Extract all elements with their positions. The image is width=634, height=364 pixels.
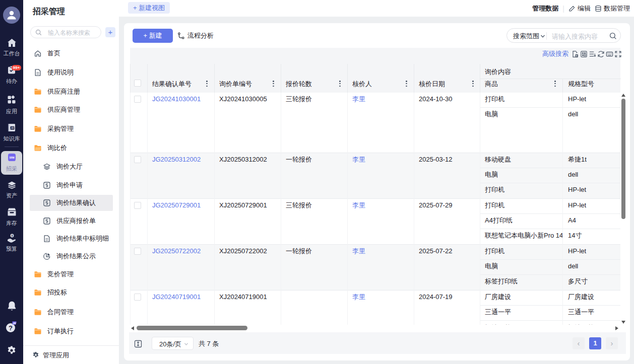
svg-text:AI: AI: [12, 321, 16, 325]
svg-text:¥: ¥: [12, 234, 13, 237]
svg-text:SRM: SRM: [9, 157, 14, 159]
svg-text:AI: AI: [10, 126, 14, 129]
svg-text:?: ?: [9, 324, 13, 332]
